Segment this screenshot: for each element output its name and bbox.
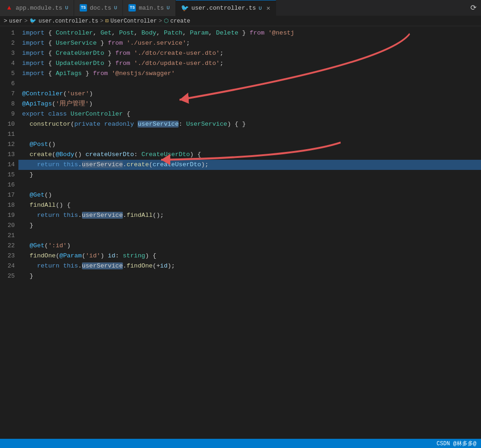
breadcrumb-file[interactable]: user.controller.ts [39,18,99,24]
code-line-21 [18,231,481,241]
line-num-21: 21 [4,231,15,241]
line-num-5: 5 [4,69,15,79]
ts-icon-main: TS [128,4,136,12]
code-line-6 [18,79,481,89]
tab-label-app-module: app.module.ts [16,5,62,12]
line-num-15: 15 [4,170,15,180]
tab-label-user-controller: user.controller.ts [191,5,256,12]
code-line-24: return this.userService.findOne(+id); [18,261,481,271]
line-num-14: 14 [4,160,15,170]
tab-bar: ▲ app.module.ts U TS doc.ts U TS main.ts… [0,0,481,16]
code-area: 1 2 3 4 5 6 7 8 9 10 11 12 13 14 15 16 1… [0,26,481,439]
history-icon[interactable]: ⟳ [466,3,481,12]
breadcrumb-class[interactable]: UserController [110,18,157,24]
line-num-11: 11 [4,129,15,140]
line-num-18: 18 [4,200,15,210]
line-num-17: 17 [4,190,15,200]
code-line-25: } [18,271,481,281]
status-text: CSDN @林多多@ [437,440,476,448]
line-num-16: 16 [4,180,15,190]
tab-user-controller[interactable]: 🐦 user.controller.ts U ✕ [176,0,276,16]
tab-modifier-app-module: U [65,5,68,11]
breadcrumb-sep2: > [100,18,103,24]
code-line-9: export class UserController { [18,109,481,119]
tab-close-user-controller[interactable]: ✕ [267,4,270,12]
line-num-9: 9 [4,109,15,119]
breadcrumb-sep1: > [24,18,28,24]
code-line-13: create(@Body() createUserDto: CreateUser… [18,150,481,160]
tab-app-module[interactable]: ▲ app.module.ts U [0,0,74,16]
line-num-22: 22 [4,241,15,251]
line-num-23: 23 [4,251,15,261]
line-num-10: 10 [4,119,15,129]
code-line-14: return this.userService.create(createUse… [18,160,481,170]
breadcrumb-nest-icon: 🐦 [29,17,37,25]
line-num-24: 24 [4,261,15,271]
code-line-7: @Controller('user') [18,89,481,99]
breadcrumb-method[interactable]: create [170,18,190,24]
angular-icon: ▲ [6,4,13,12]
code-line-2: import { UserService } from './user.serv… [18,38,481,48]
line-num-2: 2 [4,38,15,48]
code-line-10: constructor(private readonly userService… [18,119,481,129]
line-num-4: 4 [4,58,15,69]
line-numbers: 1 2 3 4 5 6 7 8 9 10 11 12 13 14 15 16 1… [0,26,18,439]
code-line-1: import { Controller, Get, Post, Body, Pa… [18,28,481,38]
tab-modifier-doc: U [114,5,117,11]
line-num-25: 25 [4,271,15,281]
breadcrumb-user[interactable]: user [9,18,23,24]
code-line-12: @Post() [18,140,481,150]
line-num-13: 13 [4,150,15,160]
tab-modifier-user-controller: U [259,6,262,11]
ts-icon-doc: TS [80,4,87,12]
breadcrumb-class-icon: ⊡ [105,17,109,24]
code-line-8: @ApiTags('用户管理') [18,99,481,109]
line-num-7: 7 [4,89,15,99]
tab-label-main: main.ts [139,5,164,12]
code-line-15: } [18,170,481,180]
line-num-12: 12 [4,140,15,150]
code-line-23: findOne(@Param('id') id: string) { [18,251,481,261]
breadcrumb-method-icon: ⬡ [164,17,168,24]
line-num-20: 20 [4,221,15,231]
tab-doc[interactable]: TS doc.ts U [74,0,123,16]
line-num-3: 3 [4,48,15,58]
status-bar: CSDN @林多多@ [0,439,481,448]
breadcrumb: > user > 🐦 user.controller.ts > ⊡ UserCo… [0,16,481,26]
nest-icon-user-controller: 🐦 [181,5,189,12]
code-line-19: return this.userService.findAll(); [18,210,481,221]
line-num-19: 19 [4,210,15,221]
line-num-1: 1 [4,28,15,38]
tab-modifier-main: U [167,5,170,11]
code-line-4: import { UpdateUserDto } from './dto/upd… [18,58,481,69]
code-line-5: import { ApiTags } from '@nestjs/swagger… [18,69,481,79]
code-line-11 [18,129,481,140]
line-num-6: 6 [4,79,15,89]
code-line-16 [18,180,481,190]
code-content[interactable]: import { Controller, Get, Post, Body, Pa… [18,26,481,439]
code-line-22: @Get(':id') [18,241,481,251]
code-line-17: @Get() [18,190,481,200]
tab-main[interactable]: TS main.ts U [123,0,175,16]
tab-label-doc: doc.ts [90,5,111,12]
line-num-8: 8 [4,99,15,109]
code-line-3: import { CreateUserDto } from './dto/cre… [18,48,481,58]
code-line-18: findAll() { [18,200,481,210]
breadcrumb-sep3: > [159,18,162,24]
breadcrumb-chevron: > [4,17,7,24]
code-line-20: } [18,221,481,231]
